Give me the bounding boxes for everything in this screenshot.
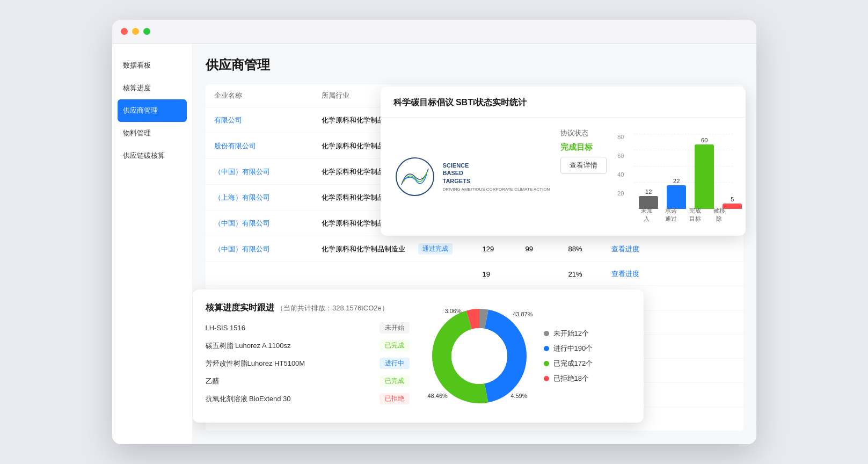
donut-chart: 43.87% 3.06% 48.46% 4.59% (426, 302, 533, 410)
v2-cell: 99 (526, 245, 568, 253)
maximize-icon[interactable] (143, 28, 150, 35)
bar-value: 22 (673, 178, 680, 184)
bar-label: 完成目标 (687, 207, 703, 223)
progress-item-name: 碳五树脂 Luhorez A 1100sz (206, 341, 380, 351)
legend: 未开始12个 进行中190个 已完成172个 已拒绝18个 (544, 329, 593, 383)
minimize-icon[interactable] (132, 28, 139, 35)
col-company: 企业名称 (214, 91, 322, 100)
status-badge: 通过完成 (418, 243, 453, 255)
company-name[interactable]: （中国）有限公司 (214, 219, 322, 228)
progress-item-name: 乙醛 (206, 376, 380, 386)
browser-titlebar (112, 20, 756, 44)
company-name[interactable]: （中国）有限公司 (214, 167, 322, 177)
progress-item: LH-SIS 1516 未开始 (206, 322, 410, 334)
sidebar-item-supplier[interactable]: 供应商管理 (118, 99, 187, 122)
v3-cell: 88% (568, 245, 611, 253)
legend-item: 已完成172个 (544, 359, 593, 368)
company-name[interactable]: 有限公司 (214, 115, 322, 125)
bar-value: 60 (701, 137, 707, 143)
sidebar-item-supply-chain[interactable]: 供应链碳核算 (112, 144, 192, 167)
progress-item-status: 已拒绝 (380, 393, 410, 404)
v1-cell: 19 (483, 270, 526, 278)
legend-label: 已拒绝18个 (553, 374, 589, 383)
bar-group: 60 (695, 137, 714, 209)
legend-label: 未开始12个 (553, 329, 589, 338)
main-content: 供应商管理 企业名称 所属行业 SBTi状态 有限公司 化学原料和化学制品制造业… (193, 44, 756, 444)
pct-label-complete: 48.46% (428, 393, 448, 399)
sbti-logo-text: SCIENCE BASED TARGETS DRIVING AMBITIOUS … (443, 162, 550, 192)
bar-label: 承诺通过 (663, 207, 679, 223)
sbti-modal-title: 科学碳目标倡议 SBTi状态实时统计 (381, 86, 746, 118)
progress-item-name: LH-SIS 1516 (206, 324, 380, 332)
legend-dot (544, 376, 549, 381)
view-progress-link[interactable]: 查看进度 (611, 244, 665, 254)
sbti-status-label: 协议状态 (560, 128, 607, 138)
progress-item-status: 已完成 (380, 375, 410, 387)
page-title: 供应商管理 (206, 56, 743, 74)
legend-item: 已拒绝18个 (544, 374, 593, 383)
legend-dot (544, 346, 549, 351)
progress-item-status: 已完成 (380, 340, 410, 351)
progress-item-status: 未开始 (380, 322, 410, 334)
progress-title: 核算进度实时跟进 （当前共计排放：328.1576tCO2e） (206, 302, 410, 314)
sbti-status-section: 协议状态 完成目标 查看详情 (560, 128, 607, 225)
progress-item-status: 进行中 (380, 358, 410, 369)
progress-item: 抗氧化剂溶液 BioExtend 30 已拒绝 (206, 393, 410, 404)
progress-item: 乙醛 已完成 (206, 375, 410, 387)
company-name[interactable]: 股份有限公司 (214, 141, 322, 151)
company-name[interactable]: （上海）有限公司 (214, 193, 322, 202)
progress-item: 芳烃改性树脂Luhorez HT5100M 进行中 (206, 358, 410, 369)
bar-value: 12 (645, 189, 652, 195)
legend-label: 已完成172个 (553, 359, 593, 368)
sidebar-item-material[interactable]: 物料管理 (112, 122, 192, 144)
progress-list: LH-SIS 1516 未开始 碳五树脂 Luhorez A 1100sz 已完… (206, 322, 410, 404)
progress-item-name: 抗氧化剂溶液 BioExtend 30 (206, 394, 380, 404)
sbti-status-value: 完成目标 (560, 142, 607, 153)
progress-subtitle: （当前共计排放：328.1576tCO2e） (276, 304, 389, 312)
sbti-modal: 科学碳目标倡议 SBTi状态实时统计 SCIENCE BASED TARGETS… (381, 86, 746, 236)
legend-dot (544, 361, 549, 366)
traffic-lights (121, 28, 150, 35)
bar-label: 未加入 (639, 207, 654, 223)
legend-item: 未开始12个 (544, 329, 593, 338)
bar (667, 185, 686, 209)
sbti-logo-icon (393, 155, 436, 198)
status-cell: 通过完成 (418, 243, 483, 255)
company-name[interactable]: （中国）有限公司 (214, 244, 322, 254)
progress-item-name: 芳烃改性树脂Luhorez HT5100M (206, 359, 380, 368)
table-row: （中国）有限公司 化学原料和化学制品制造业 通过完成 129 99 88% 查看… (206, 236, 743, 262)
sbti-modal-body: SCIENCE BASED TARGETS DRIVING AMBITIOUS … (381, 118, 746, 236)
bar-value: 5 (731, 196, 734, 202)
sbti-logo-section: SCIENCE BASED TARGETS DRIVING AMBITIOUS … (393, 128, 550, 225)
sbti-detail-button[interactable]: 查看详情 (560, 157, 607, 174)
pct-label-notstart: 3.06% (445, 308, 462, 314)
sidebar-item-dashboard[interactable]: 数据看板 (112, 54, 192, 77)
v3-cell: 21% (568, 270, 611, 278)
browser-window: 数据看板 核算进度 供应商管理 物料管理 供应链碳核算 供应商管理 企业名称 所… (112, 20, 756, 444)
legend-dot (544, 331, 549, 336)
v1-cell: 129 (483, 245, 526, 253)
bar-label: 被移除 (711, 207, 727, 223)
app-content: 数据看板 核算进度 供应商管理 物料管理 供应链碳核算 供应商管理 企业名称 所… (112, 44, 756, 444)
sidebar-item-carbon-calc[interactable]: 核算进度 (112, 77, 192, 99)
pct-label-inprog: 43.87% (513, 311, 533, 317)
table-row: 19 21% 查看进度 (206, 262, 743, 286)
legend-item: 进行中190个 (544, 344, 593, 353)
progress-left: 核算进度实时跟进 （当前共计排放：328.1576tCO2e） LH-SIS 1… (206, 302, 410, 410)
bar-group: 12 (639, 189, 658, 209)
industry-cell: 化学原料和化学制品制造业 (322, 244, 418, 254)
sbti-chart: 80 60 40 20 (617, 128, 732, 225)
bar-group: 22 (667, 178, 686, 209)
view-progress-link[interactable]: 查看进度 (611, 269, 665, 279)
donut-section: 43.87% 3.06% 48.46% 4.59% 未开始12个 进行中190个… (426, 302, 631, 410)
pct-label-rejected: 4.59% (510, 393, 527, 399)
progress-item: 碳五树脂 Luhorez A 1100sz 已完成 (206, 340, 410, 351)
donut-hole (451, 328, 507, 384)
close-icon[interactable] (121, 28, 128, 35)
sidebar: 数据看板 核算进度 供应商管理 物料管理 供应链碳核算 (112, 44, 193, 444)
bar (695, 144, 714, 209)
progress-modal: 核算进度实时跟进 （当前共计排放：328.1576tCO2e） LH-SIS 1… (193, 289, 644, 423)
legend-label: 进行中190个 (553, 344, 593, 353)
